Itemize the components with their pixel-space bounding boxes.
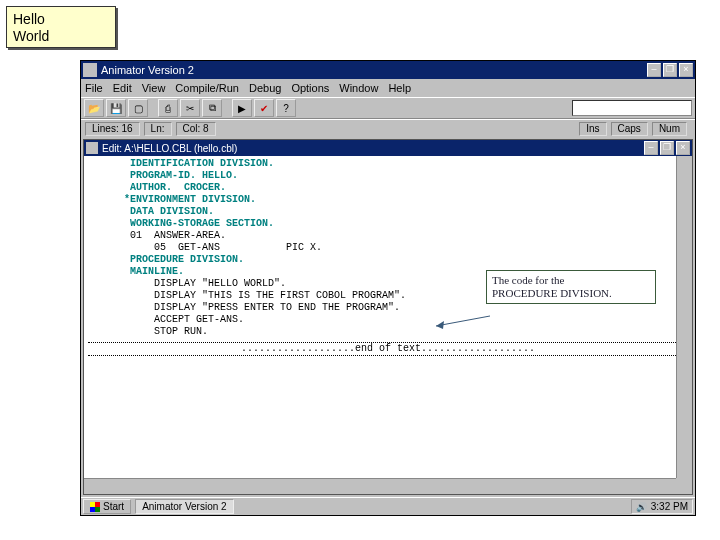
editor-close[interactable]: × — [676, 141, 690, 155]
menu-help[interactable]: Help — [388, 82, 411, 94]
editor-titlebar[interactable]: Edit: A:\HELLO.CBL (hello.cbl) – ❐ × — [84, 140, 692, 156]
save-button[interactable]: 💾 — [106, 99, 126, 117]
cut-button[interactable]: ✂ — [180, 99, 200, 117]
horizontal-scrollbar[interactable] — [84, 478, 676, 494]
callout-line1: The code for the — [492, 274, 650, 287]
menu-options[interactable]: Options — [291, 82, 329, 94]
app-icon — [83, 63, 97, 77]
restore-button[interactable]: ❐ — [663, 63, 677, 77]
status-lines: Lines: 16 — [85, 122, 140, 136]
copy-button[interactable]: ⧉ — [202, 99, 222, 117]
hello-line1: Hello — [13, 11, 109, 28]
toolbar-field[interactable] — [572, 100, 692, 116]
menu-file[interactable]: File — [85, 82, 103, 94]
clock: 3:32 PM — [651, 501, 688, 512]
speaker-icon[interactable]: 🔊 — [636, 502, 647, 512]
system-tray[interactable]: 🔊 3:32 PM — [631, 499, 693, 514]
window-controls: – ❐ × — [647, 63, 693, 77]
help-button[interactable]: ? — [276, 99, 296, 117]
toolbar: 📂 💾 ▢ ⎙ ✂ ⧉ ▶ ✔ ? — [81, 97, 695, 119]
status-ln: Ln: — [144, 122, 172, 136]
windows-icon — [90, 502, 100, 512]
app-window: Animator Version 2 – ❐ × File Edit View … — [80, 60, 696, 516]
callout-box: The code for the PROCEDURE DIVISION. — [486, 270, 656, 304]
hello-line2: World — [13, 28, 109, 45]
menu-edit[interactable]: Edit — [113, 82, 132, 94]
scroll-corner — [676, 478, 692, 494]
start-button[interactable]: Start — [83, 499, 131, 514]
task-label: Animator Version 2 — [142, 501, 227, 512]
open-button[interactable]: 📂 — [84, 99, 104, 117]
start-label: Start — [103, 501, 124, 512]
taskbar: Start Animator Version 2 🔊 3:32 PM — [81, 497, 695, 515]
status-ins: Ins — [579, 122, 606, 136]
print-button[interactable]: ⎙ — [158, 99, 178, 117]
doc-icon — [86, 142, 98, 154]
taskbar-item[interactable]: Animator Version 2 — [135, 499, 234, 514]
menu-window[interactable]: Window — [339, 82, 378, 94]
menubar: File Edit View Compile/Run Debug Options… — [81, 79, 695, 97]
menu-compile[interactable]: Compile/Run — [175, 82, 239, 94]
code-editor[interactable]: IDENTIFICATION DIVISION. PROGRAM-ID. HEL… — [84, 156, 692, 478]
editor-title: Edit: A:\HELLO.CBL (hello.cbl) — [102, 143, 644, 154]
menu-debug[interactable]: Debug — [249, 82, 281, 94]
editor-minimize[interactable]: – — [644, 141, 658, 155]
check-button[interactable]: ✔ — [254, 99, 274, 117]
editor-restore[interactable]: ❐ — [660, 141, 674, 155]
new-button[interactable]: ▢ — [128, 99, 148, 117]
window-title: Animator Version 2 — [101, 64, 647, 76]
menu-view[interactable]: View — [142, 82, 166, 94]
vertical-scrollbar[interactable] — [676, 156, 692, 478]
status-num: Num — [652, 122, 687, 136]
close-button[interactable]: × — [679, 63, 693, 77]
status-col: Col: 8 — [176, 122, 216, 136]
hello-world-annotation: Hello World — [6, 6, 116, 48]
titlebar[interactable]: Animator Version 2 – ❐ × — [81, 61, 695, 79]
status-caps: Caps — [611, 122, 648, 136]
status-bar: Lines: 16 Ln: Col: 8 Ins Caps Num — [81, 119, 695, 137]
minimize-button[interactable]: – — [647, 63, 661, 77]
editor-window: Edit: A:\HELLO.CBL (hello.cbl) – ❐ × IDE… — [83, 139, 693, 495]
run-button[interactable]: ▶ — [232, 99, 252, 117]
callout-line2: PROCEDURE DIVISION. — [492, 287, 650, 300]
